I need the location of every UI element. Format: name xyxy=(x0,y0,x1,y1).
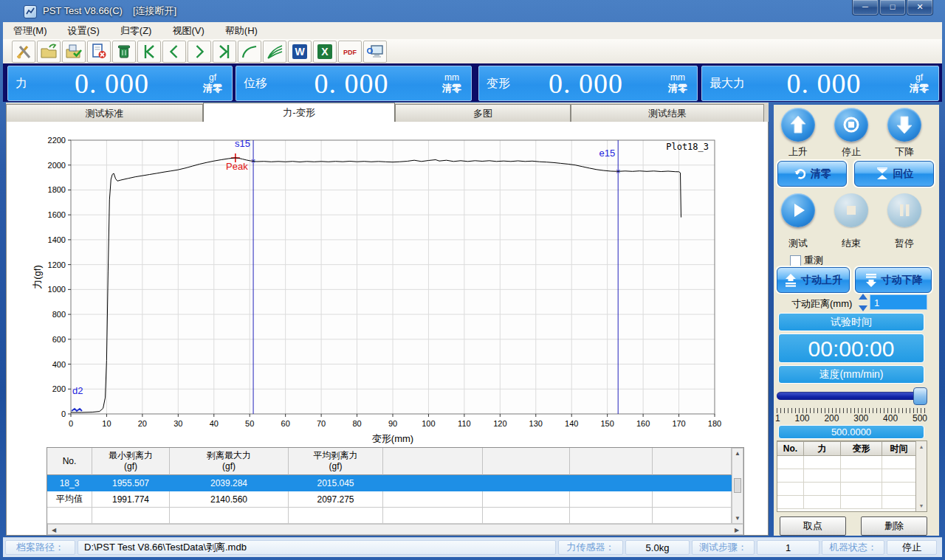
results-cell xyxy=(289,508,383,524)
results-cell xyxy=(570,491,653,508)
svg-text:X: X xyxy=(321,46,329,58)
display-clear-button[interactable]: 清零 xyxy=(903,83,935,94)
display-clear-button[interactable]: 清零 xyxy=(196,83,229,94)
display-value: 0. 000 xyxy=(27,67,196,100)
last-record-button[interactable] xyxy=(213,41,236,63)
jog-step-up-button[interactable]: 寸动上升 xyxy=(777,267,850,293)
tab-0[interactable]: 测试标准 xyxy=(6,104,203,122)
svg-text:2000: 2000 xyxy=(48,161,66,170)
first-record-button[interactable] xyxy=(137,41,161,63)
results-cell xyxy=(653,475,732,491)
delete-point-button[interactable]: 删除 xyxy=(861,516,927,536)
svg-text:100: 100 xyxy=(422,419,435,428)
svg-text:200: 200 xyxy=(52,384,66,393)
curve-button[interactable] xyxy=(238,41,261,63)
trash-button[interactable] xyxy=(112,41,136,63)
results-vscrollbar[interactable]: ▲▼ xyxy=(732,448,743,524)
points-header-1[interactable]: 力 xyxy=(804,441,841,456)
return-home-button[interactable]: 回位 xyxy=(854,161,934,187)
open-folder-button[interactable] xyxy=(37,41,61,63)
tab-2[interactable]: 多图 xyxy=(395,104,571,122)
results-cell xyxy=(383,508,483,524)
svg-text:1600: 1600 xyxy=(48,210,66,219)
next-record-button[interactable] xyxy=(188,41,211,63)
tab-1[interactable]: 力-变形 xyxy=(203,103,395,122)
jog-down-round-button[interactable] xyxy=(887,108,921,142)
close-button[interactable]: ✕ xyxy=(907,0,933,15)
results-header-cell xyxy=(570,448,653,475)
display-label: 力 xyxy=(16,76,27,91)
results-row-0[interactable]: 18_31955.5072039.2842015.045 xyxy=(47,475,732,491)
display-clear-button[interactable]: 清零 xyxy=(662,83,694,94)
svg-text:140: 140 xyxy=(565,419,578,428)
speed-slider-track[interactable] xyxy=(777,392,926,400)
menu-item-2[interactable]: 归零(Z) xyxy=(110,22,162,40)
pdf-export-button[interactable]: PDF xyxy=(338,41,362,63)
up-label: 上升 xyxy=(776,145,820,159)
menu-item-3[interactable]: 视图(V) xyxy=(162,22,214,40)
svg-text:10: 10 xyxy=(102,419,111,428)
svg-text:0: 0 xyxy=(61,409,66,418)
display-3: 最大力0. 000gf清零 xyxy=(701,66,939,101)
points-scrollbar[interactable]: ▲▼ xyxy=(915,441,927,511)
monitor-icon xyxy=(366,43,384,61)
svg-text:Plot18_3: Plot18_3 xyxy=(666,142,709,152)
svg-text:600: 600 xyxy=(52,335,66,344)
points-header-2[interactable]: 变形 xyxy=(841,441,882,456)
test-start-button[interactable] xyxy=(781,193,815,227)
test-label: 测试 xyxy=(776,237,820,250)
tab-3[interactable]: 测试结果 xyxy=(571,104,764,122)
multi-curve-button[interactable] xyxy=(263,41,286,63)
results-hscrollbar[interactable]: ◀▶ xyxy=(47,524,743,535)
jog-up-round-button[interactable] xyxy=(781,108,815,142)
test-end-button[interactable] xyxy=(834,193,868,227)
clear-zero-button[interactable]: 清零 xyxy=(777,161,847,187)
word-export-button[interactable]: W xyxy=(288,41,312,63)
points-header-0[interactable]: No. xyxy=(777,441,804,456)
jog-distance-label: 寸动距离(mm) xyxy=(791,297,852,311)
open-folder-icon xyxy=(40,43,58,61)
checkbox-box[interactable] xyxy=(790,255,801,266)
test-pause-button[interactable] xyxy=(887,193,921,227)
display-label: 最大力 xyxy=(709,76,745,91)
tools-button[interactable] xyxy=(12,41,35,63)
prev-record-button[interactable] xyxy=(162,41,186,63)
status-segment-7: 停止 xyxy=(887,540,937,555)
jog-step-down-button[interactable]: 寸动下降 xyxy=(855,267,932,293)
stop-label: 停止 xyxy=(829,145,873,159)
results-header-cell: 剥离最大力(gf) xyxy=(170,448,289,475)
save-button[interactable] xyxy=(62,41,86,63)
stop-motion-button[interactable] xyxy=(834,108,868,142)
retest-checkbox[interactable]: 重测 xyxy=(790,254,823,267)
svg-text:400: 400 xyxy=(52,360,66,369)
results-row-1[interactable]: 平均值1991.7742140.5602097.275 xyxy=(47,491,732,508)
jog-distance-spinner[interactable] xyxy=(859,294,867,311)
menu-item-4[interactable]: 帮助(H) xyxy=(215,22,268,40)
speed-slider-thumb[interactable] xyxy=(913,387,927,405)
take-point-button[interactable]: 取点 xyxy=(780,516,846,536)
force-deformation-chart: 0102030405060708090100110120130140150160… xyxy=(30,124,769,446)
speed-scale-label: 400 xyxy=(883,413,898,424)
jog-distance-input[interactable]: 1 xyxy=(870,294,927,310)
display-unit: mm xyxy=(662,73,694,83)
app-window: PST Test V8.66(C)[连接断开] ─ □ ✕ 管理(M)设置(S)… xyxy=(0,0,945,560)
results-cell: 1955.507 xyxy=(92,475,170,491)
menu-item-0[interactable]: 管理(M) xyxy=(3,22,58,40)
minimize-button[interactable]: ─ xyxy=(852,0,879,15)
points-header-3[interactable]: 时间 xyxy=(882,441,916,456)
last-record-icon xyxy=(216,43,233,61)
delete-doc-button[interactable] xyxy=(87,41,111,63)
results-cell xyxy=(483,475,570,491)
points-row xyxy=(777,483,927,496)
status-segment-5: 1 xyxy=(757,540,819,555)
results-row-2[interactable] xyxy=(47,508,732,524)
tools-icon xyxy=(15,43,32,61)
retest-label: 重测 xyxy=(804,254,823,267)
excel-export-button[interactable]: X xyxy=(313,41,337,63)
first-record-icon xyxy=(140,43,158,61)
display-clear-button[interactable]: 清零 xyxy=(436,83,468,94)
maximize-button[interactable]: □ xyxy=(879,0,906,15)
results-cell: 18_3 xyxy=(47,475,92,491)
menu-item-1[interactable]: 设置(S) xyxy=(58,22,110,40)
monitor-button[interactable] xyxy=(363,41,387,63)
